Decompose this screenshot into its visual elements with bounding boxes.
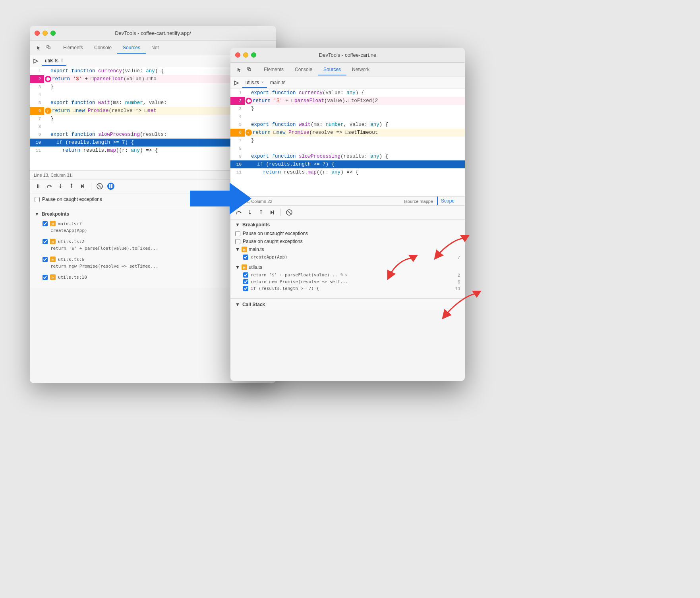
- svg-marker-29: [260, 210, 262, 211]
- scope-panel-label[interactable]: Scope: [437, 197, 465, 205]
- devtools-tabs-front: Elements Console Sources Network: [230, 63, 465, 77]
- tab-console-back[interactable]: Console: [89, 42, 117, 54]
- svg-marker-30: [271, 210, 273, 214]
- svg-line-33: [288, 211, 291, 214]
- svg-rect-16: [109, 184, 110, 188]
- big-arrow: [190, 181, 253, 218]
- deactivate-front[interactable]: [285, 208, 294, 217]
- pause-button-back[interactable]: ⏸: [34, 182, 43, 191]
- front-code-line-5: 5 export function wait(ms: number, value…: [230, 121, 465, 129]
- status-bar-front: Line 12, Column 22 (source mappe: [230, 197, 437, 205]
- svg-rect-1: [48, 47, 50, 49]
- continue-back[interactable]: [78, 182, 87, 191]
- cursor-icon[interactable]: [35, 44, 43, 52]
- close-icon[interactable]: ×: [345, 273, 348, 278]
- toolbar-separator-front: [280, 209, 281, 216]
- toolbar-separator-back: [91, 183, 91, 190]
- tab-elements-back[interactable]: Elements: [58, 42, 89, 54]
- devtools-toolbar-icons-front: [233, 66, 257, 73]
- play-panel-icon: [33, 58, 39, 64]
- maximize-button-front[interactable]: [251, 52, 256, 58]
- layers-icon[interactable]: [46, 44, 53, 52]
- bp-check-utils10-front[interactable]: [243, 286, 248, 291]
- minimize-button-front[interactable]: [243, 52, 248, 58]
- triangle-down-back: ▼: [35, 211, 39, 217]
- bp-check-utils2-front[interactable]: [243, 272, 248, 278]
- tab-network-back[interactable]: Net: [146, 42, 164, 54]
- tab-console-front[interactable]: Console: [289, 64, 318, 75]
- triangle-call-stack: ▼: [235, 302, 240, 307]
- layers-icon-front[interactable]: [246, 66, 253, 73]
- svg-marker-10: [70, 183, 73, 185]
- file-tab-utils-front[interactable]: utils.ts ×: [242, 78, 267, 88]
- bp-check-utils6-front[interactable]: [243, 279, 248, 284]
- minimize-button[interactable]: [43, 31, 48, 36]
- bp-item-utils2-front: return '$' + parseFloat(value)... ✎ × 2: [235, 272, 460, 278]
- front-code-line-8: 8: [230, 145, 465, 152]
- maximize-button[interactable]: [50, 31, 56, 36]
- bp-check-utils10[interactable]: [43, 275, 48, 280]
- tab-elements-front[interactable]: Elements: [258, 64, 289, 75]
- breakpoint-2-front[interactable]: [246, 98, 252, 104]
- file-tab-main-front[interactable]: main.ts: [267, 78, 289, 88]
- file-tab-close-utils-front[interactable]: ×: [261, 80, 264, 85]
- tab-network-front[interactable]: Network: [346, 64, 375, 75]
- titlebar-back: DevTools - coffee-cart.netlify.app/: [30, 26, 276, 41]
- main-ts-icon-back: js: [50, 221, 56, 226]
- code-editor-front[interactable]: 1 export function currency(value: any) {…: [230, 89, 465, 196]
- svg-text:?: ?: [46, 110, 48, 113]
- bp-check-utils2[interactable]: [43, 239, 48, 244]
- bp-check-main7[interactable]: [43, 221, 48, 226]
- bp-check-utils6[interactable]: [43, 257, 48, 262]
- pause-uncaught-checkbox-front[interactable]: [235, 231, 240, 236]
- svg-text:?: ?: [247, 131, 249, 135]
- bp-item-actions: ✎ ×: [340, 272, 348, 278]
- pause-caught-checkbox-front[interactable]: [235, 239, 240, 244]
- svg-marker-5: [50, 185, 52, 187]
- deactivate-back[interactable]: [95, 182, 104, 191]
- svg-rect-17: [111, 184, 112, 188]
- window-title-front: DevTools - coffee-cart.ne: [319, 52, 376, 58]
- close-button-front[interactable]: [235, 52, 240, 58]
- call-stack-header-front: ▼ Call Stack: [230, 299, 465, 310]
- front-code-line-4: 4: [230, 113, 465, 121]
- status-scope-row: Line 12, Column 22 (source mappe Scope: [230, 196, 465, 205]
- file-tab-close-back[interactable]: ×: [61, 58, 63, 63]
- svg-marker-11: [81, 184, 83, 188]
- devtools-window-front: DevTools - coffee-cart.ne Elements Conso…: [230, 48, 465, 381]
- red-arrow-1: [425, 234, 473, 266]
- file-tab-utils-back[interactable]: utils.ts ×: [42, 56, 66, 66]
- step-over-back[interactable]: [45, 182, 54, 191]
- svg-point-15: [107, 183, 114, 190]
- triangle-utils-front: ▼: [235, 264, 240, 270]
- cursor-position-back: Line 13, Column 31: [34, 173, 72, 177]
- front-code-line-2: 2 return '$' + □parseFloat(value).□toFix…: [230, 97, 465, 105]
- front-code-line-9: 9 export function slowProcessing(results…: [230, 152, 465, 160]
- tab-sources-front[interactable]: Sources: [318, 64, 346, 75]
- svg-rect-20: [249, 69, 251, 71]
- step-into-back[interactable]: [56, 182, 65, 191]
- bp-check-main7-front[interactable]: [243, 255, 248, 260]
- front-code-line-6: 6 ? return □new Promise(resolve => □setT…: [230, 129, 465, 137]
- red-arrow-2: [377, 254, 425, 286]
- triangle-down-front: ▼: [235, 222, 240, 228]
- pencil-icon[interactable]: ✎: [340, 272, 344, 278]
- breakpoint-6-front[interactable]: ?: [246, 129, 252, 136]
- front-code-line-1: 1 export function currency(value: any) {: [230, 89, 465, 97]
- utils-ts-icon-6-back: js: [50, 257, 56, 262]
- async-pause-back[interactable]: [106, 182, 115, 191]
- continue-front[interactable]: [268, 208, 277, 217]
- cursor-icon-front[interactable]: [236, 66, 243, 73]
- front-code-line-7: 7 }: [230, 137, 465, 145]
- bp-item-utils6-front: return new Promise(resolve => setT... 6: [235, 278, 460, 285]
- step-out-back[interactable]: [67, 182, 76, 191]
- triangle-main-front: ▼: [235, 247, 240, 252]
- breakpoint-2-back[interactable]: [45, 76, 51, 82]
- front-code-line-3: 3 }: [230, 105, 465, 113]
- tab-sources-back[interactable]: Sources: [117, 42, 146, 54]
- pause-caught-checkbox-back[interactable]: [35, 197, 40, 202]
- breakpoint-6-back[interactable]: ?: [45, 108, 51, 114]
- step-out-front[interactable]: [257, 208, 265, 217]
- close-button[interactable]: [35, 31, 40, 36]
- bp-group-utils-front: ▼ js utils.ts return '$' + parseFloat(va…: [235, 264, 460, 292]
